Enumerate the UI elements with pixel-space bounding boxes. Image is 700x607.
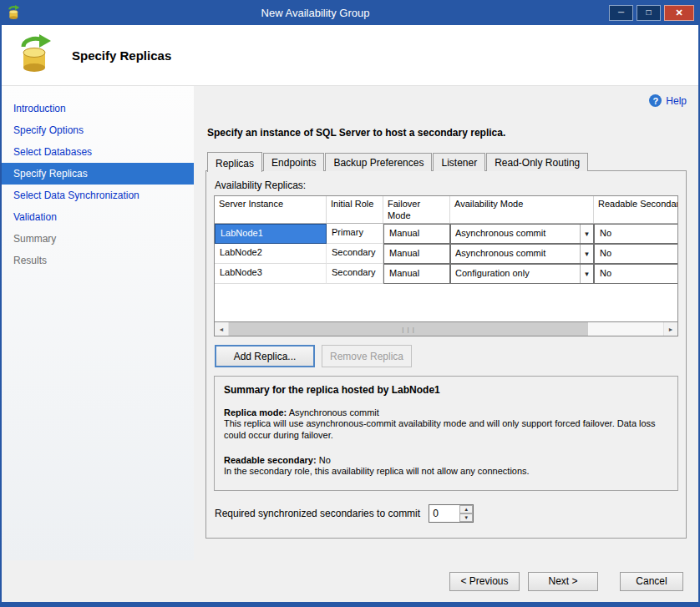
replica-row-labnode1[interactable]: LabNode1 Primary Manual Asynchronous com… — [215, 224, 677, 244]
readable-secondary-label: Readable secondary: — [224, 455, 317, 465]
help-icon[interactable]: ? — [649, 94, 662, 107]
titlebar[interactable]: New Availability Group ─ □ ✕ — [2, 0, 698, 25]
wizard-header: Specify Replicas — [2, 25, 698, 86]
sidebar-item-specify-replicas[interactable]: Specify Replicas — [2, 163, 194, 185]
readable-secondary-cell[interactable]: No — [594, 244, 678, 264]
replica-mode-line: Replica mode: Asynchronous commit — [224, 407, 668, 417]
readable-secondary-line: Readable secondary: No — [224, 455, 668, 465]
replica-row-labnode3[interactable]: LabNode3 Secondary Manual Configuration … — [215, 264, 677, 284]
failover-mode-cell[interactable]: Manual — [383, 224, 450, 244]
availability-mode-cell: Asynchronous commit ▾ — [450, 224, 594, 244]
initial-role-cell[interactable]: Secondary — [327, 264, 383, 284]
server-instance-cell[interactable]: LabNode3 — [215, 264, 327, 284]
tab-read-only-routing[interactable]: Read-Only Routing — [486, 153, 588, 171]
wizard-footer: < Previous Next > Cancel — [2, 560, 698, 602]
maximize-icon: □ — [646, 8, 651, 17]
close-icon: ✕ — [675, 8, 682, 18]
failover-mode-cell[interactable]: Manual — [383, 264, 450, 284]
chevron-down-icon[interactable]: ▾ — [580, 265, 593, 283]
instruction-text: Specify an instance of SQL Server to hos… — [207, 127, 687, 139]
remove-replica-button: Remove Replica — [322, 345, 412, 367]
replica-mode-value: Asynchronous commit — [289, 407, 379, 417]
replica-mode-description: This replica will use asynchronous-commi… — [224, 418, 668, 442]
availability-group-icon — [17, 34, 55, 77]
replica-summary-panel: Summary for the replica hosted by LabNod… — [214, 376, 678, 491]
next-button[interactable]: Next > — [528, 572, 598, 591]
replicas-tab-panel: Availability Replicas: Server Instance I… — [205, 170, 687, 539]
readable-secondary-description: In the secondary role, this availability… — [224, 466, 668, 478]
app-icon — [7, 5, 22, 20]
availability-mode-cell: Configuration only ▾ — [450, 264, 594, 284]
minimize-button[interactable]: ─ — [609, 5, 633, 21]
wizard-steps-sidebar: Introduction Specify Options Select Data… — [2, 86, 194, 560]
chevron-down-icon[interactable]: ▾ — [580, 225, 593, 243]
sidebar-item-select-data-synchronization[interactable]: Select Data Synchronization — [2, 185, 194, 206]
scrollbar-track[interactable] — [588, 322, 663, 336]
combo-value: Asynchronous commit — [451, 245, 580, 263]
column-header-readable-secondary[interactable]: Readable Secondary — [594, 196, 678, 223]
availability-replicas-grid: Server Instance Initial Role Failover Mo… — [214, 195, 678, 322]
minimize-icon: ─ — [618, 8, 624, 17]
availability-mode-cell: Asynchronous commit ▾ — [450, 244, 594, 264]
column-header-initial-role[interactable]: Initial Role — [327, 196, 383, 223]
sidebar-item-validation[interactable]: Validation — [2, 206, 194, 228]
column-header-server-instance[interactable]: Server Instance — [215, 196, 327, 223]
help-row: ? Help — [205, 94, 687, 107]
horizontal-scrollbar[interactable]: ◄ | | | ► — [214, 322, 678, 336]
scrollbar-grip-icon: | | | — [402, 326, 415, 333]
sidebar-item-specify-options[interactable]: Specify Options — [2, 119, 194, 141]
column-header-availability-mode[interactable]: Availability Mode — [450, 196, 594, 223]
scroll-left-icon[interactable]: ◄ — [215, 322, 229, 336]
initial-role-cell[interactable]: Primary — [327, 224, 383, 244]
window-title: New Availability Group — [22, 7, 609, 19]
server-instance-cell[interactable]: LabNode2 — [215, 244, 327, 264]
initial-role-cell[interactable]: Secondary — [327, 244, 383, 264]
previous-button[interactable]: < Previous — [449, 572, 520, 591]
sidebar-item-summary: Summary — [2, 228, 194, 250]
chevron-down-icon[interactable]: ▾ — [580, 245, 593, 263]
scroll-right-icon[interactable]: ► — [663, 322, 677, 336]
availability-replicas-label: Availability Replicas: — [215, 180, 678, 191]
commit-secondaries-input[interactable] — [429, 505, 459, 522]
scrollbar-thumb[interactable]: | | | — [229, 322, 588, 336]
commit-secondaries-row: Required synchronized secondaries to com… — [215, 504, 678, 523]
availability-mode-combo[interactable]: Configuration only ▾ — [451, 265, 593, 283]
replica-buttons-row: Add Replica... Remove Replica — [215, 345, 678, 367]
replica-row-labnode2[interactable]: LabNode2 Secondary Manual Asynchronous c… — [215, 244, 677, 264]
failover-mode-cell[interactable]: Manual — [383, 244, 450, 264]
replica-mode-label: Replica mode: — [224, 407, 287, 417]
add-replica-button[interactable]: Add Replica... — [215, 345, 315, 367]
page-title: Specify Replicas — [72, 48, 171, 63]
commit-secondaries-spinner[interactable]: ▲ ▼ — [429, 504, 474, 523]
main-content: ? Help Specify an instance of SQL Server… — [194, 86, 698, 560]
maximize-button[interactable]: □ — [637, 5, 661, 21]
combo-value: Asynchronous commit — [451, 225, 580, 243]
server-instance-cell[interactable]: LabNode1 — [215, 224, 327, 244]
wizard-window: New Availability Group ─ □ ✕ Specify Rep… — [0, 0, 700, 607]
tab-replicas[interactable]: Replicas — [207, 152, 262, 172]
spinner-buttons: ▲ ▼ — [459, 505, 473, 522]
tab-backup-preferences[interactable]: Backup Preferences — [325, 153, 432, 171]
tab-endpoints[interactable]: Endpoints — [263, 153, 324, 171]
window-controls: ─ □ ✕ — [609, 5, 694, 21]
sidebar-item-results: Results — [2, 250, 194, 271]
commit-secondaries-label: Required synchronized secondaries to com… — [215, 508, 420, 519]
tab-listener[interactable]: Listener — [433, 153, 485, 171]
readable-secondary-cell[interactable]: No — [594, 224, 678, 244]
sidebar-item-introduction[interactable]: Introduction — [2, 98, 194, 119]
spin-up-icon[interactable]: ▲ — [459, 505, 473, 513]
readable-secondary-cell[interactable]: No — [594, 264, 678, 284]
cancel-button[interactable]: Cancel — [620, 572, 683, 591]
help-link[interactable]: Help — [666, 95, 687, 107]
availability-mode-combo[interactable]: Asynchronous commit ▾ — [451, 225, 593, 243]
grid-header-row: Server Instance Initial Role Failover Mo… — [215, 196, 677, 224]
wizard-body: Introduction Specify Options Select Data… — [2, 86, 698, 560]
tab-strip: Replicas Endpoints Backup Preferences Li… — [205, 152, 687, 171]
readable-secondary-value: No — [319, 455, 331, 465]
summary-title: Summary for the replica hosted by LabNod… — [224, 384, 668, 396]
sidebar-item-select-databases[interactable]: Select Databases — [2, 141, 194, 163]
spin-down-icon[interactable]: ▼ — [459, 513, 473, 522]
availability-mode-combo[interactable]: Asynchronous commit ▾ — [451, 245, 593, 263]
close-button[interactable]: ✕ — [664, 5, 694, 21]
column-header-failover-mode[interactable]: Failover Mode — [383, 196, 450, 223]
